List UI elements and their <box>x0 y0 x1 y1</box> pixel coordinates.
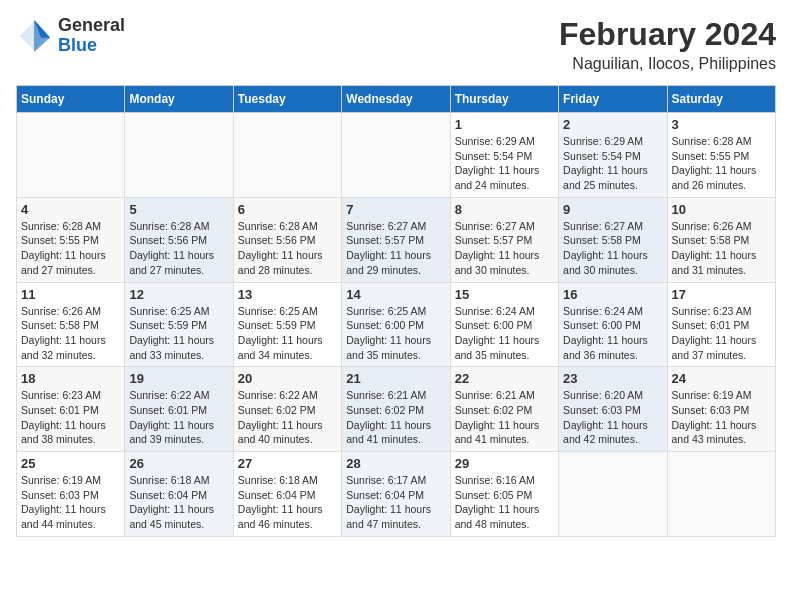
day-info: Sunrise: 6:18 AM Sunset: 6:04 PM Dayligh… <box>129 473 228 532</box>
calendar-cell: 25Sunrise: 6:19 AM Sunset: 6:03 PM Dayli… <box>17 452 125 537</box>
day-number: 12 <box>129 287 228 302</box>
day-info: Sunrise: 6:22 AM Sunset: 6:02 PM Dayligh… <box>238 388 337 447</box>
day-info: Sunrise: 6:29 AM Sunset: 5:54 PM Dayligh… <box>455 134 554 193</box>
calendar-cell <box>667 452 775 537</box>
day-number: 27 <box>238 456 337 471</box>
day-number: 1 <box>455 117 554 132</box>
day-number: 6 <box>238 202 337 217</box>
day-info: Sunrise: 6:24 AM Sunset: 6:00 PM Dayligh… <box>563 304 662 363</box>
logo: General Blue <box>16 16 125 56</box>
calendar-cell: 8Sunrise: 6:27 AM Sunset: 5:57 PM Daylig… <box>450 197 558 282</box>
calendar-cell: 3Sunrise: 6:28 AM Sunset: 5:55 PM Daylig… <box>667 113 775 198</box>
day-number: 7 <box>346 202 445 217</box>
day-number: 22 <box>455 371 554 386</box>
calendar-cell: 28Sunrise: 6:17 AM Sunset: 6:04 PM Dayli… <box>342 452 450 537</box>
day-number: 10 <box>672 202 771 217</box>
calendar-table: SundayMondayTuesdayWednesdayThursdayFrid… <box>16 85 776 537</box>
day-info: Sunrise: 6:27 AM Sunset: 5:58 PM Dayligh… <box>563 219 662 278</box>
col-header-thursday: Thursday <box>450 86 558 113</box>
day-number: 23 <box>563 371 662 386</box>
calendar-cell: 23Sunrise: 6:20 AM Sunset: 6:03 PM Dayli… <box>559 367 667 452</box>
calendar-cell: 11Sunrise: 6:26 AM Sunset: 5:58 PM Dayli… <box>17 282 125 367</box>
calendar-cell: 27Sunrise: 6:18 AM Sunset: 6:04 PM Dayli… <box>233 452 341 537</box>
day-number: 3 <box>672 117 771 132</box>
calendar-cell: 2Sunrise: 6:29 AM Sunset: 5:54 PM Daylig… <box>559 113 667 198</box>
day-info: Sunrise: 6:19 AM Sunset: 6:03 PM Dayligh… <box>21 473 120 532</box>
logo-blue: Blue <box>58 35 97 55</box>
day-info: Sunrise: 6:25 AM Sunset: 5:59 PM Dayligh… <box>238 304 337 363</box>
day-number: 5 <box>129 202 228 217</box>
logo-text: General Blue <box>58 16 125 56</box>
day-number: 26 <box>129 456 228 471</box>
calendar-cell: 6Sunrise: 6:28 AM Sunset: 5:56 PM Daylig… <box>233 197 341 282</box>
calendar-cell: 20Sunrise: 6:22 AM Sunset: 6:02 PM Dayli… <box>233 367 341 452</box>
day-number: 28 <box>346 456 445 471</box>
calendar-header-row: SundayMondayTuesdayWednesdayThursdayFrid… <box>17 86 776 113</box>
calendar-cell <box>559 452 667 537</box>
col-header-wednesday: Wednesday <box>342 86 450 113</box>
day-info: Sunrise: 6:27 AM Sunset: 5:57 PM Dayligh… <box>346 219 445 278</box>
calendar-cell: 15Sunrise: 6:24 AM Sunset: 6:00 PM Dayli… <box>450 282 558 367</box>
calendar-cell: 22Sunrise: 6:21 AM Sunset: 6:02 PM Dayli… <box>450 367 558 452</box>
day-number: 20 <box>238 371 337 386</box>
day-info: Sunrise: 6:28 AM Sunset: 5:55 PM Dayligh… <box>21 219 120 278</box>
day-info: Sunrise: 6:19 AM Sunset: 6:03 PM Dayligh… <box>672 388 771 447</box>
calendar-week-row: 4Sunrise: 6:28 AM Sunset: 5:55 PM Daylig… <box>17 197 776 282</box>
calendar-cell: 13Sunrise: 6:25 AM Sunset: 5:59 PM Dayli… <box>233 282 341 367</box>
day-number: 17 <box>672 287 771 302</box>
calendar-cell: 18Sunrise: 6:23 AM Sunset: 6:01 PM Dayli… <box>17 367 125 452</box>
calendar-cell: 17Sunrise: 6:23 AM Sunset: 6:01 PM Dayli… <box>667 282 775 367</box>
calendar-cell: 9Sunrise: 6:27 AM Sunset: 5:58 PM Daylig… <box>559 197 667 282</box>
calendar-cell: 10Sunrise: 6:26 AM Sunset: 5:58 PM Dayli… <box>667 197 775 282</box>
day-info: Sunrise: 6:24 AM Sunset: 6:00 PM Dayligh… <box>455 304 554 363</box>
day-info: Sunrise: 6:21 AM Sunset: 6:02 PM Dayligh… <box>346 388 445 447</box>
title-block: February 2024 Naguilian, Ilocos, Philipp… <box>559 16 776 73</box>
day-number: 24 <box>672 371 771 386</box>
col-header-friday: Friday <box>559 86 667 113</box>
day-number: 14 <box>346 287 445 302</box>
calendar-cell: 29Sunrise: 6:16 AM Sunset: 6:05 PM Dayli… <box>450 452 558 537</box>
day-number: 4 <box>21 202 120 217</box>
calendar-cell: 24Sunrise: 6:19 AM Sunset: 6:03 PM Dayli… <box>667 367 775 452</box>
calendar-cell: 1Sunrise: 6:29 AM Sunset: 5:54 PM Daylig… <box>450 113 558 198</box>
day-info: Sunrise: 6:18 AM Sunset: 6:04 PM Dayligh… <box>238 473 337 532</box>
calendar-cell: 21Sunrise: 6:21 AM Sunset: 6:02 PM Dayli… <box>342 367 450 452</box>
day-number: 19 <box>129 371 228 386</box>
day-info: Sunrise: 6:29 AM Sunset: 5:54 PM Dayligh… <box>563 134 662 193</box>
day-info: Sunrise: 6:16 AM Sunset: 6:05 PM Dayligh… <box>455 473 554 532</box>
calendar-cell: 19Sunrise: 6:22 AM Sunset: 6:01 PM Dayli… <box>125 367 233 452</box>
day-info: Sunrise: 6:21 AM Sunset: 6:02 PM Dayligh… <box>455 388 554 447</box>
main-title: February 2024 <box>559 16 776 53</box>
day-info: Sunrise: 6:26 AM Sunset: 5:58 PM Dayligh… <box>672 219 771 278</box>
calendar-cell: 14Sunrise: 6:25 AM Sunset: 6:00 PM Dayli… <box>342 282 450 367</box>
calendar-cell <box>233 113 341 198</box>
calendar-cell: 4Sunrise: 6:28 AM Sunset: 5:55 PM Daylig… <box>17 197 125 282</box>
calendar-cell <box>17 113 125 198</box>
subtitle: Naguilian, Ilocos, Philippines <box>559 55 776 73</box>
calendar-cell: 7Sunrise: 6:27 AM Sunset: 5:57 PM Daylig… <box>342 197 450 282</box>
day-number: 18 <box>21 371 120 386</box>
day-number: 21 <box>346 371 445 386</box>
calendar-week-row: 18Sunrise: 6:23 AM Sunset: 6:01 PM Dayli… <box>17 367 776 452</box>
calendar-cell: 5Sunrise: 6:28 AM Sunset: 5:56 PM Daylig… <box>125 197 233 282</box>
col-header-saturday: Saturday <box>667 86 775 113</box>
col-header-tuesday: Tuesday <box>233 86 341 113</box>
day-number: 15 <box>455 287 554 302</box>
day-number: 16 <box>563 287 662 302</box>
calendar-week-row: 11Sunrise: 6:26 AM Sunset: 5:58 PM Dayli… <box>17 282 776 367</box>
day-number: 2 <box>563 117 662 132</box>
calendar-cell: 12Sunrise: 6:25 AM Sunset: 5:59 PM Dayli… <box>125 282 233 367</box>
calendar-cell <box>125 113 233 198</box>
logo-general: General <box>58 15 125 35</box>
day-number: 29 <box>455 456 554 471</box>
day-info: Sunrise: 6:23 AM Sunset: 6:01 PM Dayligh… <box>21 388 120 447</box>
col-header-monday: Monday <box>125 86 233 113</box>
day-info: Sunrise: 6:28 AM Sunset: 5:55 PM Dayligh… <box>672 134 771 193</box>
day-info: Sunrise: 6:17 AM Sunset: 6:04 PM Dayligh… <box>346 473 445 532</box>
day-info: Sunrise: 6:25 AM Sunset: 5:59 PM Dayligh… <box>129 304 228 363</box>
day-info: Sunrise: 6:28 AM Sunset: 5:56 PM Dayligh… <box>238 219 337 278</box>
day-info: Sunrise: 6:27 AM Sunset: 5:57 PM Dayligh… <box>455 219 554 278</box>
logo-icon <box>16 18 52 54</box>
day-number: 8 <box>455 202 554 217</box>
day-info: Sunrise: 6:26 AM Sunset: 5:58 PM Dayligh… <box>21 304 120 363</box>
